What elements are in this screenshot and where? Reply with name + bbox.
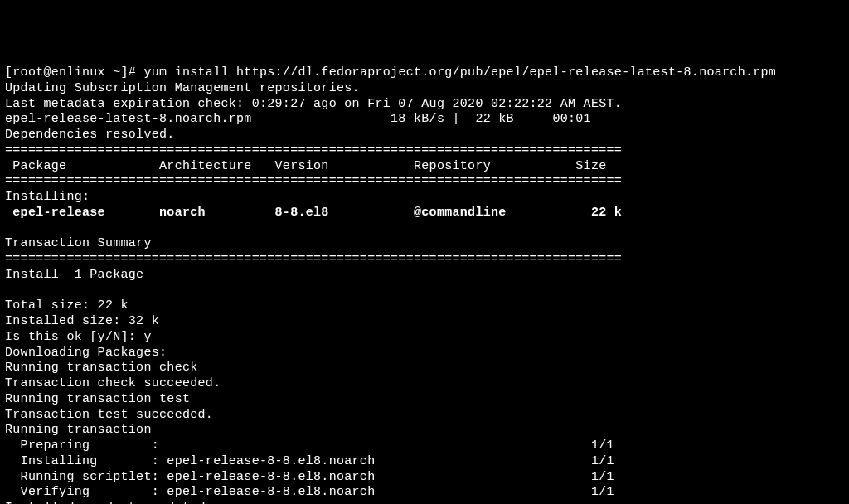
total-size: Total size: 22 k — [5, 298, 129, 313]
install-count: Install 1 Package — [5, 268, 143, 282]
terminal-output: [root@enlinux ~]# yum install https://dl… — [5, 65, 844, 504]
installing-label: Installing: — [5, 190, 90, 204]
shell-prompt: [root@enlinux ~]# — [5, 65, 143, 80]
divider-line: ========================================… — [5, 252, 622, 266]
confirm-prompt: Is this ok [y/N]: y — [5, 330, 152, 344]
package-row: epel-release noarch 8-8.el8 @commandline… — [5, 206, 622, 220]
installed-size: Installed size: 32 k — [5, 314, 159, 328]
downloading-label: Downloading Packages: — [5, 346, 167, 360]
output-line: epel-release-latest-8.noarch.rpm 18 kB/s… — [5, 112, 591, 126]
txn-step-verifying: Verifying : epel-release-8-8.el8.noarch … — [5, 485, 614, 499]
output-line: Last metadata expiration check: 0:29:27 … — [5, 97, 622, 111]
output-line: Running transaction — [5, 423, 152, 437]
output-line: Transaction test succeeded. — [5, 408, 213, 422]
output-line: Dependencies resolved. — [5, 128, 175, 142]
txn-step-preparing: Preparing : 1/1 — [5, 439, 614, 453]
output-line: Transaction check succeeded. — [5, 376, 221, 390]
divider-line: ========================================… — [5, 143, 622, 158]
output-line: Installed products updated. — [5, 501, 213, 504]
table-header: Package Architecture Version Repository … — [5, 159, 607, 173]
divider-line: ========================================… — [5, 174, 622, 188]
summary-label: Transaction Summary — [5, 236, 152, 250]
txn-step-installing: Installing : epel-release-8-8.el8.noarch… — [5, 454, 614, 468]
output-line: Updating Subscription Management reposit… — [5, 81, 360, 95]
command-text: yum install https://dl.fedoraproject.org… — [143, 65, 776, 80]
txn-step-scriptlet: Running scriptlet: epel-release-8-8.el8.… — [5, 470, 614, 484]
output-line: Running transaction test — [5, 392, 190, 406]
output-line: Running transaction check — [5, 361, 198, 375]
